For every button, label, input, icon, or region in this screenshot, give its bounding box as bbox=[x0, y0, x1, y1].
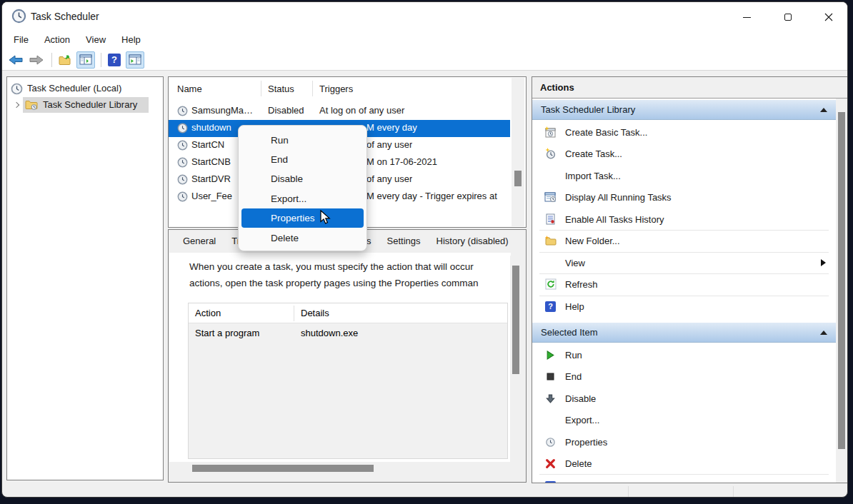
column-action[interactable]: Action bbox=[195, 308, 221, 318]
create-basic-task-icon bbox=[544, 126, 557, 138]
task-trigger: of any user bbox=[366, 139, 412, 150]
description-line1: When you create a task, you must specify… bbox=[189, 261, 474, 272]
actions-pane-body: Task Scheduler Library Create Basic Task… bbox=[532, 99, 836, 483]
action-label: Export... bbox=[565, 415, 599, 425]
tree-item-local[interactable]: Task Scheduler (Local) bbox=[7, 81, 163, 96]
tab-settings[interactable]: Settings bbox=[380, 232, 428, 251]
clock-icon bbox=[177, 157, 188, 170]
forward-button[interactable] bbox=[27, 51, 46, 69]
task-trigger: of any user bbox=[366, 173, 412, 184]
column-name[interactable]: Name bbox=[177, 84, 202, 94]
tab-general[interactable]: General bbox=[176, 232, 223, 251]
column-divider[interactable] bbox=[261, 81, 261, 96]
action-help-selected[interactable]: Help bbox=[532, 475, 836, 483]
action-create-task[interactable]: Create Task... bbox=[532, 143, 836, 164]
task-trigger: M on 17-06-2021 bbox=[366, 156, 437, 167]
menu-help[interactable]: Help bbox=[114, 32, 149, 48]
task-list-scrollbar[interactable] bbox=[512, 78, 524, 226]
collapse-arrow-icon[interactable] bbox=[820, 331, 827, 335]
actions-pane: Actions Task Scheduler Library Create Ba… bbox=[532, 76, 848, 483]
action-create-basic-task[interactable]: Create Basic Task... bbox=[532, 121, 836, 143]
menu-view[interactable]: View bbox=[78, 32, 114, 48]
task-row[interactable]: SamsungMa… Disabled At log on of any use… bbox=[169, 103, 510, 120]
group-header-selected-item[interactable]: Selected Item bbox=[532, 323, 836, 343]
scrollbar-thumb[interactable] bbox=[514, 171, 522, 186]
show-action-pane-icon bbox=[129, 54, 141, 65]
minimize-button[interactable] bbox=[730, 8, 763, 26]
help-icon bbox=[544, 480, 557, 483]
tab-history[interactable]: History (disabled) bbox=[429, 232, 516, 251]
column-triggers[interactable]: Triggers bbox=[319, 84, 353, 94]
action-label: Refresh bbox=[565, 279, 598, 290]
detail-hscrollbar[interactable] bbox=[173, 463, 509, 473]
action-label: Help bbox=[565, 481, 584, 483]
actions-pane-scrollbar[interactable] bbox=[836, 99, 847, 483]
action-row[interactable]: Start a program shutdown.exe bbox=[189, 323, 507, 342]
group-header-label: Selected Item bbox=[541, 327, 598, 338]
actions-pane-title: Actions bbox=[532, 77, 847, 99]
details-cell: shutdown.exe bbox=[301, 328, 358, 338]
clock-icon bbox=[177, 123, 188, 136]
context-menu-end[interactable]: End bbox=[241, 150, 364, 169]
statusbar-divider bbox=[628, 486, 629, 497]
statusbar-divider bbox=[733, 486, 734, 497]
task-trigger: M every day - Trigger expires at bbox=[366, 191, 510, 201]
end-icon bbox=[544, 371, 557, 383]
column-divider[interactable] bbox=[312, 81, 313, 96]
scrollbar-thumb[interactable] bbox=[192, 465, 374, 472]
context-menu-delete[interactable]: Delete bbox=[241, 228, 364, 248]
actions-table-header: Action Details bbox=[189, 303, 507, 323]
export-list-icon bbox=[59, 54, 72, 66]
menu-file[interactable]: File bbox=[6, 32, 36, 48]
title-bar: Task Scheduler bbox=[2, 2, 847, 31]
context-menu-properties[interactable]: Properties bbox=[241, 208, 364, 228]
action-disable[interactable]: Disable bbox=[532, 388, 836, 409]
action-label: Properties bbox=[565, 437, 607, 448]
action-delete[interactable]: Delete bbox=[532, 453, 836, 474]
list-header: Name Status Triggers bbox=[169, 77, 526, 101]
context-menu-export[interactable]: Export... bbox=[241, 189, 364, 208]
scrollbar-thumb[interactable] bbox=[838, 112, 845, 449]
collapse-arrow-icon[interactable] bbox=[820, 108, 827, 112]
column-status[interactable]: Status bbox=[268, 84, 294, 94]
column-divider[interactable] bbox=[294, 306, 294, 321]
run-icon bbox=[544, 349, 557, 361]
detail-vscrollbar[interactable] bbox=[510, 256, 522, 463]
action-properties[interactable]: Properties bbox=[532, 431, 836, 453]
expander-chevron-icon[interactable] bbox=[14, 102, 19, 108]
close-button[interactable] bbox=[812, 8, 845, 26]
action-cell: Start a program bbox=[195, 328, 259, 338]
group-header-library[interactable]: Task Scheduler Library bbox=[532, 100, 836, 120]
action-new-folder[interactable]: New Folder... bbox=[532, 230, 836, 251]
tree-item-library[interactable]: Task Scheduler Library bbox=[7, 97, 163, 113]
scrollbar-thumb[interactable] bbox=[512, 266, 519, 374]
tree-item-label: Task Scheduler (Local) bbox=[27, 83, 121, 94]
context-menu-disable[interactable]: Disable bbox=[241, 169, 364, 188]
show-console-tree-button[interactable] bbox=[76, 51, 95, 69]
action-end[interactable]: End bbox=[532, 366, 836, 387]
action-help-library[interactable]: Help bbox=[532, 296, 836, 317]
column-details[interactable]: Details bbox=[301, 308, 329, 318]
console-tree-panel: Task Scheduler (Local) Task Scheduler Li… bbox=[6, 76, 164, 480]
task-detail-panel: General Triggers Actions Conditions Sett… bbox=[168, 229, 527, 483]
action-enable-history[interactable]: Enable All Tasks History bbox=[532, 208, 836, 230]
export-list-button[interactable] bbox=[56, 51, 74, 69]
maximize-button[interactable] bbox=[772, 8, 804, 26]
help-button[interactable] bbox=[105, 51, 124, 69]
task-name: SamsungMa… bbox=[191, 105, 253, 116]
action-run[interactable]: Run bbox=[532, 344, 836, 366]
task-name: StartCN bbox=[191, 139, 224, 150]
separator bbox=[539, 474, 829, 475]
action-display-running-tasks[interactable]: Display All Running Tasks bbox=[532, 186, 836, 208]
back-button[interactable] bbox=[6, 51, 25, 69]
minimize-icon bbox=[743, 17, 751, 18]
action-refresh[interactable]: Refresh bbox=[532, 273, 836, 295]
menu-action[interactable]: Action bbox=[36, 32, 78, 48]
action-label: Delete bbox=[565, 458, 592, 469]
action-export[interactable]: Export... bbox=[532, 409, 836, 430]
context-menu-run[interactable]: Run bbox=[241, 131, 364, 150]
action-view[interactable]: View bbox=[532, 252, 836, 273]
toolbar bbox=[2, 49, 847, 71]
show-action-pane-button[interactable] bbox=[126, 51, 144, 69]
action-import-task[interactable]: Import Task... bbox=[532, 165, 836, 186]
